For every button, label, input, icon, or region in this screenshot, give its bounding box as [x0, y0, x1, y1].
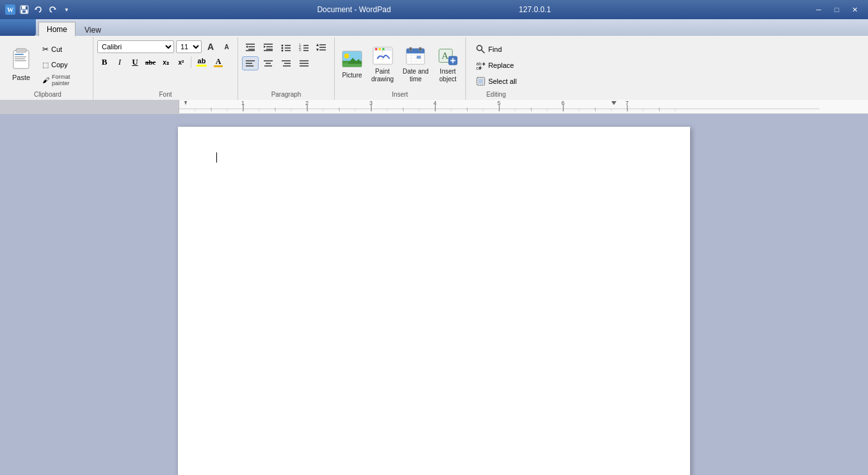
svg-rect-5: [22, 10, 26, 13]
svg-point-57: [344, 54, 350, 59]
font-group-label: Font: [97, 90, 234, 100]
numbering-button[interactable]: 1. 2. 3.: [296, 40, 312, 54]
insert-object-icon: A: [438, 46, 458, 67]
bullets-button[interactable]: [278, 40, 294, 54]
copy-button[interactable]: ⬚ Copy: [39, 58, 90, 72]
replace-label: Replace: [488, 61, 514, 69]
highlight-icon: ab: [198, 58, 206, 65]
qat-save-button[interactable]: [18, 3, 31, 16]
svg-marker-92: [184, 101, 187, 105]
select-all-icon: [476, 76, 486, 86]
bold-button[interactable]: B: [97, 56, 111, 68]
find-button[interactable]: Find: [471, 42, 522, 56]
strikethrough-button[interactable]: abc: [143, 56, 157, 68]
decrease-indent-button[interactable]: [242, 40, 259, 54]
svg-point-63: [382, 48, 385, 51]
title-bar-left: W: [5, 3, 73, 16]
paint-drawing-button[interactable]: Paintdrawing: [368, 41, 397, 88]
ribbon-tabs: Home View: [0, 19, 868, 36]
maximize-button[interactable]: □: [828, 3, 845, 16]
font-separator: [191, 56, 191, 68]
svg-rect-9: [13, 51, 29, 68]
svg-text:A: A: [441, 51, 448, 61]
highlight-button[interactable]: ab: [194, 55, 209, 69]
font-name-select[interactable]: Calibri: [97, 40, 174, 53]
qat-undo-button[interactable]: [32, 3, 45, 16]
paste-label: Paste: [12, 74, 30, 81]
svg-point-25: [282, 45, 284, 47]
svg-text:6: 6: [561, 100, 565, 106]
format-painter-button[interactable]: 🖌 Format painter: [39, 73, 90, 87]
insert-object-button[interactable]: A Insertobject: [435, 41, 462, 88]
ribbon: Home View: [0, 19, 868, 100]
ribbon-group-paragraph: 1. 2. 3.: [238, 37, 335, 100]
svg-rect-69: [419, 47, 422, 51]
replace-icon: ab cd: [476, 60, 486, 70]
ribbon-group-font: Calibri 11 A A B I U abc x₂: [93, 37, 238, 100]
svg-rect-13: [15, 58, 25, 60]
cut-label: Cut: [51, 45, 62, 53]
copy-icon: ⬚: [42, 61, 49, 69]
picture-button[interactable]: Picture: [339, 41, 366, 88]
font-shrink-button[interactable]: A: [220, 40, 234, 53]
format-painter-label: Format painter: [52, 74, 87, 86]
align-center-button[interactable]: [260, 56, 277, 70]
svg-marker-87: [483, 62, 485, 66]
superscript-button[interactable]: x²: [174, 56, 188, 68]
svg-marker-41: [316, 49, 319, 51]
ribbon-group-insert: Picture: [335, 37, 466, 100]
replace-button[interactable]: ab cd Replace: [471, 58, 522, 72]
date-time-button[interactable]: Date andtime: [399, 41, 432, 88]
font-size-select[interactable]: 11: [176, 40, 202, 53]
line-spacing-button[interactable]: [314, 40, 330, 54]
find-label: Find: [488, 45, 502, 53]
font-grow-button[interactable]: A: [204, 40, 218, 53]
svg-rect-12: [15, 56, 26, 58]
paste-button[interactable]: Paste: [5, 40, 37, 87]
svg-point-26: [282, 47, 284, 49]
svg-text:5: 5: [497, 100, 501, 106]
paint-label: Paintdrawing: [371, 68, 394, 83]
insert-object-label: Insertobject: [439, 68, 456, 83]
cut-button[interactable]: ✂ Cut: [39, 42, 90, 56]
text-cursor: [216, 152, 217, 163]
cut-icon: ✂: [42, 45, 49, 54]
underline-button[interactable]: U: [128, 56, 142, 68]
font-color-button[interactable]: A: [211, 55, 226, 69]
svg-rect-68: [410, 47, 412, 51]
qat-redo-button[interactable]: [46, 3, 59, 16]
font-color-swatch: [214, 65, 223, 67]
select-all-button[interactable]: Select all: [471, 74, 522, 88]
tab-view[interactable]: View: [76, 22, 109, 36]
file-menu-button[interactable]: [0, 19, 36, 36]
align-left-button[interactable]: [242, 56, 259, 70]
picture-icon: [342, 50, 362, 70]
close-button[interactable]: ✕: [846, 3, 863, 16]
svg-line-83: [481, 50, 485, 53]
svg-text:ab: ab: [476, 61, 481, 66]
insert-group-label: Insert: [339, 90, 462, 100]
italic-button[interactable]: I: [113, 56, 127, 68]
datetime-label: Date andtime: [403, 68, 429, 83]
svg-text:3.: 3.: [299, 48, 301, 52]
align-right-button[interactable]: [278, 56, 294, 70]
find-icon: [476, 44, 486, 54]
svg-point-27: [282, 50, 284, 52]
ruler-left-margin: [0, 100, 179, 113]
svg-marker-40: [316, 44, 319, 46]
small-clipboard-buttons: ✂ Cut ⬚ Copy 🖌 Format painter: [39, 40, 90, 87]
window-controls: ─ □ ✕: [810, 3, 863, 16]
qat-dropdown-button[interactable]: ▼: [60, 3, 73, 16]
tab-home[interactable]: Home: [38, 22, 76, 36]
subscript-button[interactable]: x₂: [159, 56, 173, 68]
svg-rect-67: [406, 51, 424, 53]
increase-indent-button[interactable]: [260, 40, 277, 54]
svg-text:4: 4: [433, 100, 437, 106]
format-painter-icon: 🖌: [42, 76, 49, 84]
minimize-button[interactable]: ─: [810, 3, 827, 16]
app-icon: W: [5, 4, 15, 15]
document-area[interactable]: [0, 114, 868, 475]
svg-rect-91: [478, 79, 483, 84]
document-page[interactable]: [178, 127, 690, 475]
justify-button[interactable]: [296, 56, 312, 70]
